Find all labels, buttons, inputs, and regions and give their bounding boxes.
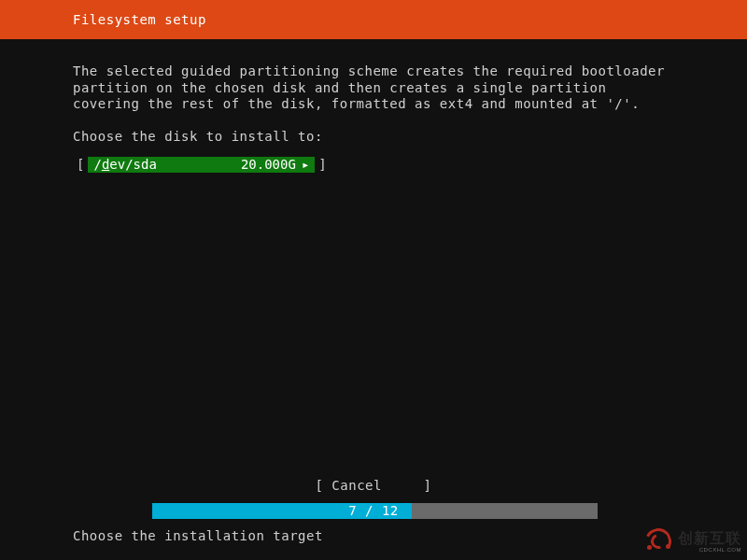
watermark-sub: CDCXHL.COM [678,547,741,553]
header-bar: Filesystem setup [0,0,747,39]
chevron-right-icon: ▸ [302,157,309,172]
cancel-label: Cancel [331,478,382,493]
watermark-logo: 创新互联 CDCXHL.COM [645,528,741,554]
disk-size: 20.000G [241,157,296,172]
progress-bar: 7 / 12 [0,503,747,519]
watermark-icon [645,528,673,554]
watermark-text: 创新互联 CDCXHL.COM [678,531,741,553]
bracket-open: [ [73,157,88,172]
bracket-close: ] [424,478,432,493]
choose-disk-prompt: Choose the disk to install to: [73,129,674,144]
disk-option-row[interactable]: [ /dev/sda 20.000G ▸ ] [73,157,674,173]
progress-track: 7 / 12 [0,503,747,519]
disk-device-path: /dev/sda [93,157,156,172]
main-content: The selected guided partitioning scheme … [0,39,747,173]
bottom-area: [ Cancel ] 7 / 12 Choose the installatio… [0,478,747,560]
cancel-row: [ Cancel ] [0,478,747,493]
bracket-close: ] [315,157,330,172]
bracket-open: [ [315,478,323,493]
description-block: The selected guided partitioning scheme … [73,63,674,113]
cancel-button[interactable]: [ Cancel ] [315,478,431,493]
watermark-main: 创新互联 [678,531,741,546]
description-text: The selected guided partitioning scheme … [73,63,674,113]
progress-text: 7 / 12 [0,503,747,519]
footer-prompt: Choose the installation target [0,519,747,560]
page-title: Filesystem setup [73,12,206,27]
disk-selected-item[interactable]: /dev/sda 20.000G ▸ [88,157,315,173]
